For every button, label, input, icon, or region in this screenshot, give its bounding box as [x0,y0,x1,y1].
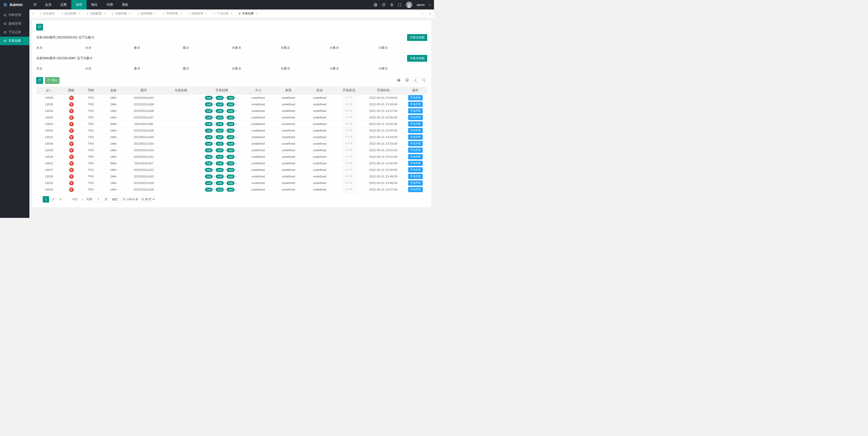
topnav-item-2[interactable]: 游戏 [71,0,87,9]
close-icon[interactable]: × [180,12,182,15]
jump-confirm-button[interactable]: 确定 [109,196,121,203]
manual-draw-button[interactable]: 手动开奖 [408,102,423,107]
page-button-2[interactable]: 2 [50,196,56,203]
print-button[interactable] [404,77,410,84]
refresh-icon[interactable] [382,3,385,6]
sidebar: 币种管理游戏管理下注记录开奖结果 [0,9,29,218]
topnav-item-3[interactable]: 地址 [87,0,102,9]
topnav-item-5[interactable]: 系统 [117,0,133,9]
avatar[interactable] [406,2,412,8]
stat-item: 大单:0 [232,67,281,71]
sort-icons[interactable]: ▲▼ [50,90,52,92]
col-header-0[interactable]: id▲▼ [36,87,62,95]
export-button[interactable]: 导出 [45,77,60,84]
tab-label: 游戏管理 [191,11,203,15]
close-icon[interactable]: × [154,12,156,15]
manual-draw-button[interactable]: 手动开奖 [408,187,423,192]
manual-draw-button[interactable]: 手动开奖 [408,108,423,113]
cell-parity: undefined [273,114,304,121]
result-pill: null [216,168,224,172]
page-size-select[interactable]: 15 条/页 [140,196,156,203]
manual-draw-button[interactable]: 手动开奖 [408,134,423,140]
result-pill: null [216,109,224,113]
tab-7[interactable]: 下注记录× [210,9,236,18]
cell-parity: undefined [273,154,304,160]
tabs-scroll-right-button[interactable]: › [418,9,426,18]
cell-result: null+null+null=... [200,127,243,134]
col-header-6: 开奖结果 [200,87,243,95]
menu-toggle-button[interactable] [29,0,40,9]
result-suffix: =... [235,175,239,178]
manual-draw-button[interactable]: 手动开奖 [408,174,423,179]
cell-combo: undefined [304,127,335,134]
page-button-922[interactable]: 922 [72,196,79,203]
download-button[interactable] [412,77,419,84]
cell-name: 1Min [101,108,126,114]
filter-columns-button[interactable] [395,77,402,84]
tabs-scroll-left-button[interactable]: ‹ [29,9,37,18]
manual-draw-button[interactable]: 手动开奖 [408,161,423,166]
col-header-9: 组合 [304,87,335,95]
topnav-item-1[interactable]: 运营 [56,0,71,9]
status-badge: 未开奖 [343,154,355,159]
page-jump-input[interactable] [94,196,103,202]
close-icon[interactable]: × [230,12,232,15]
tab-8[interactable]: 开奖结果× [236,9,261,18]
cell-icon [62,108,81,114]
tab-3[interactable]: 充值列表× [109,9,134,18]
trash-icon[interactable] [390,3,394,6]
close-icon[interactable]: × [103,12,105,15]
close-icon[interactable]: × [129,12,131,15]
stat-item: 小:0 [85,67,134,71]
manual-draw-button[interactable]: 手动开奖 [408,154,423,159]
manual-draw-button[interactable]: 手动开奖 [408,147,423,153]
result-pill: null [205,148,213,152]
manual-draw-button[interactable]: 手动开奖 [408,167,423,172]
draw-current-period-button[interactable]: 开奖当前期 [407,55,427,62]
manual-draw-button[interactable]: 手动开奖 [408,180,423,186]
manual-draw-button[interactable]: 手动开奖 [408,122,423,127]
refresh-table-button[interactable] [36,77,43,84]
cell-id: 13534 [36,108,62,114]
draw-current-period-button[interactable]: 开奖当前期 [407,34,427,41]
search-button[interactable] [421,77,427,84]
username[interactable]: admin [417,3,425,6]
status-badge: 未开奖 [343,147,355,153]
topnav-item-4[interactable]: 代理 [102,0,117,9]
tabs-menu-button[interactable]: ▾ [426,9,434,18]
cell-period: 202205311429 [126,180,161,186]
manual-draw-button[interactable]: 手动开奖 [408,95,423,100]
fullscreen-icon[interactable] [398,3,401,6]
page-button-3[interactable]: 3 [57,196,64,203]
plus-sign: + [213,181,215,185]
sidebar-item-3[interactable]: 开奖结果 [0,37,29,45]
tab-1[interactable]: 会员列表× [58,9,84,18]
sidebar-item-1[interactable]: 游戏管理 [0,20,29,28]
cell-icon [62,147,81,154]
list-icon [3,39,6,42]
globe-icon[interactable] [374,3,377,7]
close-icon[interactable]: × [256,12,257,15]
tab-4[interactable]: 划转明细× [134,9,160,18]
prev-page-button[interactable]: ‹ [36,197,41,201]
close-icon[interactable]: × [78,12,80,15]
cell-action: 手动开奖 [404,140,427,147]
tab-0[interactable]: 后台首页 [37,9,58,18]
tab-2[interactable]: 分组配置× [84,9,109,18]
manual-draw-button[interactable]: 手动开奖 [408,128,423,133]
sidebar-item-2[interactable]: 下注记录 [0,28,29,37]
refresh-panels-button[interactable] [36,24,43,31]
cell-time: 2022-05-31 23:51:00 [363,154,404,160]
topnav-item-0[interactable]: 会员 [40,0,56,9]
manual-draw-button[interactable]: 手动开奖 [408,115,423,120]
close-icon[interactable]: × [205,12,207,15]
sidebar-item-0[interactable]: 币种管理 [0,11,29,20]
tab-6[interactable]: 游戏管理× [185,9,210,18]
brand: Admin [0,0,29,9]
tab-5[interactable]: 币种管理× [160,9,185,18]
page-button-1[interactable]: 1 [43,196,49,203]
next-page-button[interactable]: › [80,197,85,201]
manual-draw-button[interactable]: 手动开奖 [408,141,423,146]
table-row: 13524TRX1Min202205311428null+null+null=.… [36,186,427,193]
cell-result: null+null+null=... [200,180,243,186]
